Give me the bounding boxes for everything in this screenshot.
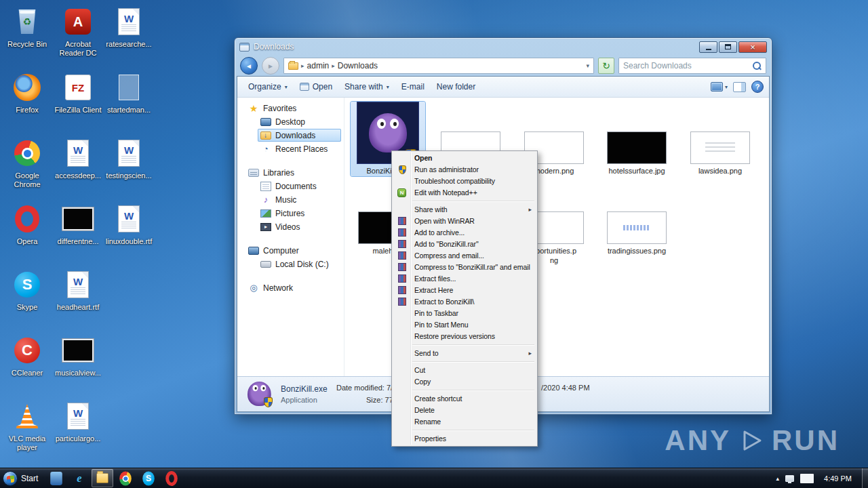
- tray-expand-icon[interactable]: ▴: [776, 475, 780, 482]
- context-menu-item[interactable]: Create shortcut: [393, 393, 536, 405]
- search-input[interactable]: [619, 61, 752, 70]
- watermark-text-any: ANY: [665, 424, 731, 457]
- desktop-shortcut[interactable]: particulargo...: [54, 399, 102, 464]
- sidebar-item[interactable]: Desktop: [258, 115, 341, 128]
- breadcrumb-folder[interactable]: Downloads: [338, 61, 378, 70]
- context-menu-item[interactable]: Rename: [393, 416, 536, 428]
- desktop-shortcut[interactable]: Firefox: [3, 70, 52, 136]
- context-menu-item[interactable]: Restore previous versions: [393, 331, 536, 342]
- toolbar-button[interactable]: E-mail: [396, 79, 430, 94]
- help-button[interactable]: ?: [751, 81, 764, 93]
- taskbar-app-button[interactable]: [68, 469, 90, 487]
- toolbar-button[interactable]: Organize: [243, 79, 293, 94]
- toolbar-button[interactable]: Open: [294, 79, 338, 94]
- context-menu-item[interactable]: Add to archive...: [393, 227, 536, 239]
- context-menu-item[interactable]: Delete: [393, 405, 536, 416]
- preview-pane-button[interactable]: [733, 82, 746, 92]
- context-menu-item[interactable]: Extract Here: [393, 285, 536, 296]
- context-menu-item[interactable]: Pin to Taskbar: [393, 308, 536, 319]
- taskbar-app-button[interactable]: [45, 469, 67, 487]
- context-menu-item: [393, 428, 536, 433]
- taskbar-app-button[interactable]: [138, 469, 159, 487]
- minimize-button[interactable]: [699, 41, 717, 53]
- sidebar-item[interactable]: Computer: [245, 244, 341, 257]
- desktop-shortcut[interactable]: Google Chrome: [3, 136, 52, 201]
- desktop-shortcut[interactable]: Recycle Bin: [3, 4, 52, 70]
- context-menu-item[interactable]: Troubleshoot compatibility: [393, 176, 536, 187]
- sidebar-item[interactable]: Network: [245, 281, 341, 294]
- breadcrumb-user[interactable]: admin: [307, 61, 330, 70]
- sidebar-item[interactable]: Favorites: [245, 102, 341, 115]
- desktop-shortcut[interactable]: linuxdouble.rtf: [104, 201, 153, 267]
- network-icon: [248, 283, 259, 293]
- desktop-shortcut[interactable]: headheart.rtf: [54, 267, 102, 333]
- word-doc-icon: [67, 271, 89, 298]
- context-menu-item[interactable]: Properties: [393, 433, 536, 445]
- context-menu-item[interactable]: Open: [393, 152, 536, 164]
- context-menu-item[interactable]: Copy: [393, 376, 536, 388]
- context-menu-item[interactable]: Pin to Start Menu: [393, 319, 536, 331]
- desktop-shortcut[interactable]: startedman...: [104, 70, 153, 136]
- taskbar-app-button[interactable]: [92, 469, 113, 487]
- file-item[interactable]: hotelssurface.jpg: [599, 102, 674, 176]
- context-menu-item[interactable]: Cut: [393, 365, 536, 376]
- refresh-button[interactable]: ↻: [598, 58, 614, 74]
- file-item[interactable]: lawsidea.png: [683, 102, 757, 176]
- context-menu-item[interactable]: Compress and email...: [393, 250, 536, 262]
- context-menu-item[interactable]: Share with: [393, 204, 536, 216]
- sidebar-item[interactable]: Music: [258, 193, 341, 206]
- sidebar-item[interactable]: Videos: [258, 220, 341, 233]
- system-tray: ▴ 4:49 PM: [776, 468, 868, 488]
- change-view-button[interactable]: ▾: [711, 82, 728, 92]
- context-menu-item[interactable]: Compress to "BonziKill.rar" and email: [393, 262, 536, 273]
- sidebar-item[interactable]: Downloads: [258, 129, 341, 142]
- taskbar-buttons: [45, 468, 183, 488]
- context-menu-item[interactable]: Send to: [393, 348, 536, 359]
- context-menu-item[interactable]: Extract to BonziKill\: [393, 296, 536, 308]
- back-button[interactable]: ◄: [240, 57, 258, 75]
- taskbar-app-button[interactable]: [161, 469, 182, 487]
- desktop-shortcut-label: linuxdouble.rtf: [106, 237, 153, 246]
- language-indicator[interactable]: [800, 474, 814, 483]
- forward-button[interactable]: ►: [262, 57, 279, 75]
- desktop-shortcut[interactable]: FileZilla Client: [54, 70, 102, 136]
- toolbar-button[interactable]: New folder: [431, 79, 481, 94]
- acrobat-icon: [65, 9, 91, 35]
- opera-icon: [166, 471, 178, 486]
- desktop-shortcut[interactable]: ratesearche...: [104, 4, 153, 70]
- sidebar-item[interactable]: Recent Places: [258, 142, 341, 155]
- context-menu-item[interactable]: Extract files...: [393, 273, 536, 285]
- close-button[interactable]: ×: [738, 41, 767, 53]
- taskbar-app-button[interactable]: [115, 469, 136, 487]
- taskbar-clock[interactable]: 4:49 PM: [820, 474, 856, 483]
- desktop-shortcut[interactable]: differentne...: [54, 201, 102, 267]
- network-tray-icon[interactable]: [785, 475, 794, 482]
- sidebar-item[interactable]: Pictures: [258, 207, 341, 220]
- desktop-shortcut[interactable]: Acrobat Reader DC: [54, 4, 102, 70]
- toolbar-button[interactable]: Share with: [339, 79, 395, 94]
- sidebar-item[interactable]: Local Disk (C:): [258, 258, 341, 270]
- title-bar[interactable]: Downloads ×: [237, 38, 770, 56]
- sidebar-item[interactable]: Documents: [258, 180, 341, 192]
- desktop-shortcut[interactable]: CCleaner: [3, 333, 52, 399]
- desktop-shortcut[interactable]: Skype: [3, 267, 52, 333]
- details-date-value: /2020 4:48 PM: [541, 384, 590, 392]
- show-desktop-button[interactable]: [862, 468, 868, 488]
- desktop-shortcut[interactable]: testingscien...: [104, 136, 153, 201]
- file-item[interactable]: tradingissues.png: [599, 182, 674, 256]
- desktop-column-1: Recycle Bin Firefox Google Chrome: [3, 4, 52, 464]
- breadcrumb[interactable]: ▸ admin ▸ Downloads ▾: [283, 58, 594, 74]
- context-menu-item[interactable]: Add to "BonziKill.rar": [393, 239, 536, 250]
- context-menu-item[interactable]: Edit with Notepad++: [393, 187, 536, 199]
- maximize-button[interactable]: [719, 41, 737, 53]
- context-menu-item[interactable]: Run as administrator: [393, 164, 536, 176]
- sidebar-item[interactable]: Libraries: [245, 166, 341, 179]
- desktop-shortcut-label: CCleaner: [12, 369, 43, 378]
- desktop-shortcut[interactable]: VLC media player: [3, 399, 52, 464]
- desktop-shortcut[interactable]: Opera: [3, 201, 52, 267]
- start-button[interactable]: Start: [0, 468, 45, 488]
- context-menu-item[interactable]: Open with WinRAR: [393, 216, 536, 227]
- desktop-shortcut[interactable]: musicalview...: [54, 333, 102, 399]
- desktop-shortcut[interactable]: accessdeep...: [54, 136, 102, 201]
- address-dropdown-icon[interactable]: ▾: [586, 62, 589, 69]
